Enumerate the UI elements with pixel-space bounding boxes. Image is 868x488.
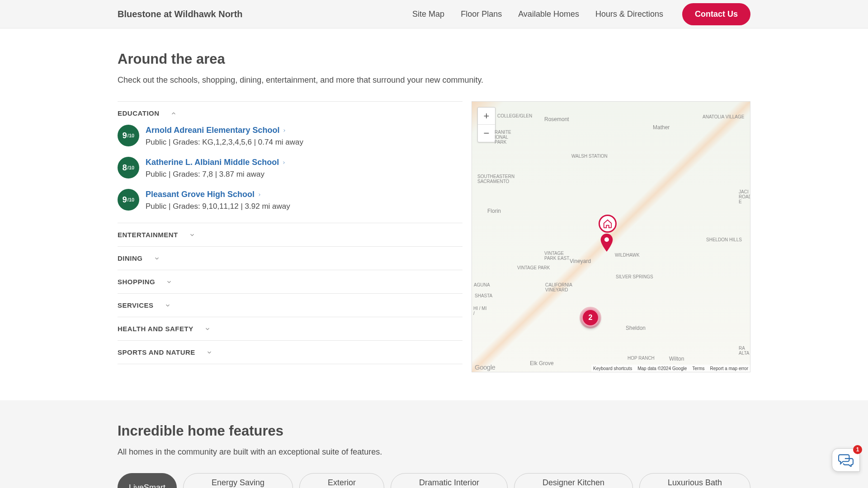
- accordion-services: SERVICES: [118, 294, 462, 317]
- map-label: HOP RANCH: [627, 356, 655, 361]
- accordion-header[interactable]: HEALTH AND SAFETY: [118, 317, 462, 340]
- accordion-header[interactable]: ENTERTAINMENT: [118, 223, 462, 246]
- contact-us-button[interactable]: Contact Us: [682, 3, 750, 25]
- map-footer: Keyboard shortcuts Map data ©2024 Google…: [591, 365, 750, 372]
- zoom-in-button[interactable]: +: [478, 108, 495, 125]
- score-badge: 9/10: [118, 189, 139, 211]
- chevron-down-icon: [166, 279, 172, 285]
- chevron-down-icon: [165, 302, 171, 309]
- chat-badge: 1: [853, 445, 862, 454]
- nav-available-homes[interactable]: Available Homes: [518, 9, 579, 19]
- area-section-title: Around the area: [118, 51, 750, 67]
- map-report-link[interactable]: Report a map error: [710, 366, 748, 371]
- tab-energy[interactable]: Energy Saving Features: [183, 473, 293, 488]
- map-label: Florin: [487, 208, 501, 214]
- map-zoom-controls: + −: [477, 107, 495, 142]
- accordion-health: HEALTH AND SAFETY: [118, 317, 462, 341]
- chevron-down-icon: [206, 349, 212, 356]
- tab-livesmart[interactable]: LiveSmart: [118, 473, 177, 488]
- chevron-right-icon: [282, 128, 287, 133]
- map-label: Mather: [653, 124, 670, 131]
- map-label: WILDHAWK: [615, 253, 640, 258]
- chevron-down-icon: [204, 326, 211, 332]
- chevron-up-icon: [170, 110, 177, 117]
- map-label: SHELDON HILLS: [706, 237, 742, 242]
- map-label: RA ALTA: [739, 346, 750, 356]
- tab-bath[interactable]: Luxurious Bath Features: [639, 473, 750, 488]
- map-label: VINTAGE PARK: [517, 265, 550, 270]
- plus-icon: +: [484, 110, 490, 122]
- nav-site-map[interactable]: Site Map: [412, 9, 444, 19]
- map-label: WALSH STATION: [571, 154, 608, 159]
- accordion-header[interactable]: SERVICES: [118, 294, 462, 317]
- score-badge: 8/10: [118, 157, 139, 178]
- school-meta: Public | Grades: 9,10,11,12 | 3.92 mi aw…: [146, 202, 290, 211]
- map-label: SOUTHEASTERN SACRAMENTO: [477, 174, 518, 184]
- features-desc: All homes in the community are built wit…: [118, 447, 750, 457]
- map-label: VINTAGE PARK EAST: [544, 251, 570, 261]
- school-item: 9/10 Pleasant Grove High School Public |…: [118, 189, 462, 211]
- school-item: 8/10 Katherine L. Albiani Middle School …: [118, 157, 462, 179]
- map-label: RANITE IONAL PARK: [495, 130, 515, 145]
- map-label: ANATOLIA VILLAGE: [703, 114, 744, 119]
- school-link[interactable]: Katherine L. Albiani Middle School: [146, 158, 286, 167]
- map-label: SILVER SPRINGS: [616, 274, 653, 279]
- area-map[interactable]: + − Rosemont Mather ANATOLIA VILLAGE WAL…: [472, 101, 750, 372]
- cluster-marker[interactable]: 2: [581, 309, 599, 327]
- map-label: COLLEGE/GLEN: [497, 113, 532, 118]
- feature-tabs: LiveSmart Energy Saving Features Exterio…: [118, 473, 750, 488]
- chat-icon: [838, 453, 854, 467]
- map-label: Elk Grove: [530, 360, 554, 366]
- chevron-down-icon: [189, 232, 195, 238]
- education-body: 9/10 Arnold Adreani Elementary School Pu…: [118, 125, 462, 223]
- tab-exterior[interactable]: Exterior Features: [299, 473, 384, 488]
- map-shortcuts-link[interactable]: Keyboard shortcuts: [593, 366, 632, 371]
- chevron-right-icon: [282, 160, 286, 165]
- nav-hours-directions[interactable]: Hours & Directions: [595, 9, 663, 19]
- house-icon: [603, 219, 613, 229]
- map-data-text: Map data ©2024 Google: [637, 366, 687, 371]
- area-section-desc: Check out the schools, shopping, dining,…: [118, 75, 750, 85]
- nav-floor-plans[interactable]: Floor Plans: [461, 9, 502, 19]
- tab-interior[interactable]: Dramatic Interior Features: [391, 473, 508, 488]
- map-label: Rosemont: [544, 116, 569, 122]
- tab-kitchen[interactable]: Designer Kitchen Features: [514, 473, 633, 488]
- minus-icon: −: [484, 127, 490, 139]
- header-nav: Site Map Floor Plans Available Homes Hou…: [412, 3, 750, 25]
- accordion-entertainment: ENTERTAINMENT: [118, 223, 462, 247]
- map-terms-link[interactable]: Terms: [692, 366, 704, 371]
- map-label: HI / MI /: [473, 306, 487, 316]
- svg-point-0: [604, 237, 609, 242]
- map-label: JACI ROAD E: [739, 189, 750, 204]
- location-pin[interactable]: [600, 234, 618, 256]
- school-meta: Public | Grades: 7,8 | 3.87 mi away: [146, 170, 286, 179]
- map-label: Sheldon: [626, 325, 646, 331]
- accordion-header-education[interactable]: EDUCATION: [118, 102, 462, 125]
- community-title: Bluestone at Wildhawk North: [118, 9, 243, 19]
- pin-icon: [600, 234, 613, 252]
- accordion-education: EDUCATION 9/10 Arnold Adreani Elementary…: [118, 102, 462, 223]
- map-label: Wilton: [669, 356, 684, 362]
- accordion-header[interactable]: SHOPPING: [118, 270, 462, 293]
- accordion-label: EDUCATION: [118, 109, 160, 117]
- school-link[interactable]: Arnold Adreani Elementary School: [146, 126, 287, 135]
- map-label: AGUNA: [474, 282, 490, 287]
- school-link[interactable]: Pleasant Grove High School: [146, 190, 262, 199]
- google-logo: Google: [475, 363, 495, 371]
- map-label: CALIFORNIA VINEYARD: [545, 282, 577, 292]
- accordion-sports: SPORTS AND NATURE: [118, 341, 462, 364]
- map-label: Vineyard: [570, 258, 591, 264]
- accordion-header[interactable]: SPORTS AND NATURE: [118, 341, 462, 364]
- accordion-shopping: SHOPPING: [118, 270, 462, 294]
- chat-widget[interactable]: 1: [832, 448, 860, 472]
- school-meta: Public | Grades: KG,1,2,3,4,5,6 | 0.74 m…: [146, 138, 303, 147]
- chevron-right-icon: [257, 192, 262, 197]
- chevron-down-icon: [154, 255, 160, 262]
- accordion-header[interactable]: DINING: [118, 247, 462, 270]
- zoom-out-button[interactable]: −: [478, 125, 495, 142]
- accordion-dining: DINING: [118, 247, 462, 270]
- map-label: SHASTA: [475, 293, 492, 298]
- score-badge: 9/10: [118, 125, 139, 146]
- features-title: Incredible home features: [118, 423, 750, 439]
- area-accordion: EDUCATION 9/10 Arnold Adreani Elementary…: [118, 101, 462, 364]
